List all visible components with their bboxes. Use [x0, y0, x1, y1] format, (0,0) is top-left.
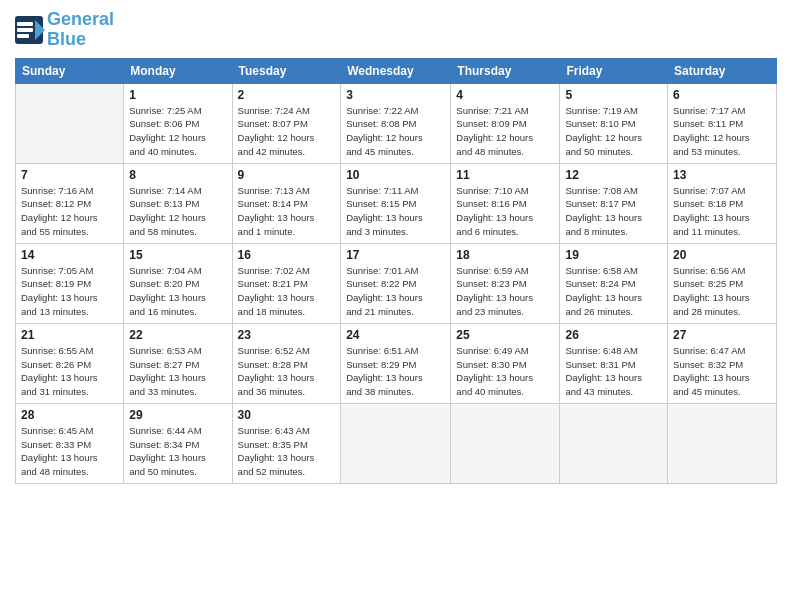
day-number: 11	[456, 168, 554, 182]
calendar-cell: 5Sunrise: 7:19 AMSunset: 8:10 PMDaylight…	[560, 83, 668, 163]
calendar-cell: 3Sunrise: 7:22 AMSunset: 8:08 PMDaylight…	[341, 83, 451, 163]
col-header-sunday: Sunday	[16, 58, 124, 83]
svg-rect-3	[17, 28, 33, 32]
logo-text: General Blue	[47, 10, 114, 50]
day-info: Sunrise: 6:56 AMSunset: 8:25 PMDaylight:…	[673, 264, 771, 319]
calendar-cell: 26Sunrise: 6:48 AMSunset: 8:31 PMDayligh…	[560, 323, 668, 403]
day-info: Sunrise: 7:05 AMSunset: 8:19 PMDaylight:…	[21, 264, 118, 319]
day-info: Sunrise: 6:43 AMSunset: 8:35 PMDaylight:…	[238, 424, 336, 479]
calendar-cell: 29Sunrise: 6:44 AMSunset: 8:34 PMDayligh…	[124, 403, 232, 483]
calendar-cell: 27Sunrise: 6:47 AMSunset: 8:32 PMDayligh…	[668, 323, 777, 403]
logo: General Blue	[15, 10, 114, 50]
day-info: Sunrise: 6:47 AMSunset: 8:32 PMDaylight:…	[673, 344, 771, 399]
day-info: Sunrise: 6:45 AMSunset: 8:33 PMDaylight:…	[21, 424, 118, 479]
day-number: 29	[129, 408, 226, 422]
day-number: 18	[456, 248, 554, 262]
calendar-cell: 23Sunrise: 6:52 AMSunset: 8:28 PMDayligh…	[232, 323, 341, 403]
calendar-week-1: 1Sunrise: 7:25 AMSunset: 8:06 PMDaylight…	[16, 83, 777, 163]
day-number: 13	[673, 168, 771, 182]
col-header-thursday: Thursday	[451, 58, 560, 83]
day-number: 19	[565, 248, 662, 262]
calendar-cell	[16, 83, 124, 163]
calendar-cell	[341, 403, 451, 483]
day-number: 16	[238, 248, 336, 262]
calendar-header-row: SundayMondayTuesdayWednesdayThursdayFrid…	[16, 58, 777, 83]
day-info: Sunrise: 7:24 AMSunset: 8:07 PMDaylight:…	[238, 104, 336, 159]
calendar-cell	[560, 403, 668, 483]
day-number: 3	[346, 88, 445, 102]
day-number: 21	[21, 328, 118, 342]
col-header-wednesday: Wednesday	[341, 58, 451, 83]
svg-rect-4	[17, 34, 29, 38]
day-number: 8	[129, 168, 226, 182]
calendar-cell: 6Sunrise: 7:17 AMSunset: 8:11 PMDaylight…	[668, 83, 777, 163]
day-number: 7	[21, 168, 118, 182]
day-info: Sunrise: 6:59 AMSunset: 8:23 PMDaylight:…	[456, 264, 554, 319]
day-info: Sunrise: 7:02 AMSunset: 8:21 PMDaylight:…	[238, 264, 336, 319]
day-number: 10	[346, 168, 445, 182]
day-info: Sunrise: 7:01 AMSunset: 8:22 PMDaylight:…	[346, 264, 445, 319]
day-info: Sunrise: 6:58 AMSunset: 8:24 PMDaylight:…	[565, 264, 662, 319]
calendar-cell: 13Sunrise: 7:07 AMSunset: 8:18 PMDayligh…	[668, 163, 777, 243]
header: General Blue	[15, 10, 777, 50]
day-info: Sunrise: 7:07 AMSunset: 8:18 PMDaylight:…	[673, 184, 771, 239]
day-number: 26	[565, 328, 662, 342]
calendar-cell: 18Sunrise: 6:59 AMSunset: 8:23 PMDayligh…	[451, 243, 560, 323]
day-number: 17	[346, 248, 445, 262]
calendar-cell: 22Sunrise: 6:53 AMSunset: 8:27 PMDayligh…	[124, 323, 232, 403]
day-info: Sunrise: 6:48 AMSunset: 8:31 PMDaylight:…	[565, 344, 662, 399]
col-header-monday: Monday	[124, 58, 232, 83]
calendar-cell: 1Sunrise: 7:25 AMSunset: 8:06 PMDaylight…	[124, 83, 232, 163]
col-header-tuesday: Tuesday	[232, 58, 341, 83]
day-info: Sunrise: 7:22 AMSunset: 8:08 PMDaylight:…	[346, 104, 445, 159]
day-number: 22	[129, 328, 226, 342]
day-info: Sunrise: 7:17 AMSunset: 8:11 PMDaylight:…	[673, 104, 771, 159]
calendar-cell: 20Sunrise: 6:56 AMSunset: 8:25 PMDayligh…	[668, 243, 777, 323]
day-number: 14	[21, 248, 118, 262]
day-number: 1	[129, 88, 226, 102]
day-info: Sunrise: 7:25 AMSunset: 8:06 PMDaylight:…	[129, 104, 226, 159]
logo-icon	[15, 16, 45, 44]
day-info: Sunrise: 7:21 AMSunset: 8:09 PMDaylight:…	[456, 104, 554, 159]
calendar-cell: 28Sunrise: 6:45 AMSunset: 8:33 PMDayligh…	[16, 403, 124, 483]
calendar-cell: 2Sunrise: 7:24 AMSunset: 8:07 PMDaylight…	[232, 83, 341, 163]
day-info: Sunrise: 6:49 AMSunset: 8:30 PMDaylight:…	[456, 344, 554, 399]
day-number: 23	[238, 328, 336, 342]
calendar-cell: 21Sunrise: 6:55 AMSunset: 8:26 PMDayligh…	[16, 323, 124, 403]
day-number: 5	[565, 88, 662, 102]
day-info: Sunrise: 7:16 AMSunset: 8:12 PMDaylight:…	[21, 184, 118, 239]
day-number: 27	[673, 328, 771, 342]
col-header-friday: Friday	[560, 58, 668, 83]
day-info: Sunrise: 7:04 AMSunset: 8:20 PMDaylight:…	[129, 264, 226, 319]
day-number: 30	[238, 408, 336, 422]
calendar-cell: 12Sunrise: 7:08 AMSunset: 8:17 PMDayligh…	[560, 163, 668, 243]
calendar-cell: 15Sunrise: 7:04 AMSunset: 8:20 PMDayligh…	[124, 243, 232, 323]
calendar-cell: 10Sunrise: 7:11 AMSunset: 8:15 PMDayligh…	[341, 163, 451, 243]
day-info: Sunrise: 6:51 AMSunset: 8:29 PMDaylight:…	[346, 344, 445, 399]
calendar-cell: 19Sunrise: 6:58 AMSunset: 8:24 PMDayligh…	[560, 243, 668, 323]
day-info: Sunrise: 6:53 AMSunset: 8:27 PMDaylight:…	[129, 344, 226, 399]
day-number: 9	[238, 168, 336, 182]
day-number: 20	[673, 248, 771, 262]
day-info: Sunrise: 7:13 AMSunset: 8:14 PMDaylight:…	[238, 184, 336, 239]
calendar-cell: 7Sunrise: 7:16 AMSunset: 8:12 PMDaylight…	[16, 163, 124, 243]
calendar-week-4: 21Sunrise: 6:55 AMSunset: 8:26 PMDayligh…	[16, 323, 777, 403]
calendar-cell: 14Sunrise: 7:05 AMSunset: 8:19 PMDayligh…	[16, 243, 124, 323]
day-number: 24	[346, 328, 445, 342]
calendar-cell: 8Sunrise: 7:14 AMSunset: 8:13 PMDaylight…	[124, 163, 232, 243]
calendar-cell	[451, 403, 560, 483]
day-info: Sunrise: 7:19 AMSunset: 8:10 PMDaylight:…	[565, 104, 662, 159]
calendar-cell: 24Sunrise: 6:51 AMSunset: 8:29 PMDayligh…	[341, 323, 451, 403]
calendar-week-3: 14Sunrise: 7:05 AMSunset: 8:19 PMDayligh…	[16, 243, 777, 323]
calendar-cell	[668, 403, 777, 483]
col-header-saturday: Saturday	[668, 58, 777, 83]
calendar-cell: 17Sunrise: 7:01 AMSunset: 8:22 PMDayligh…	[341, 243, 451, 323]
calendar-cell: 25Sunrise: 6:49 AMSunset: 8:30 PMDayligh…	[451, 323, 560, 403]
calendar-cell: 30Sunrise: 6:43 AMSunset: 8:35 PMDayligh…	[232, 403, 341, 483]
day-info: Sunrise: 6:44 AMSunset: 8:34 PMDaylight:…	[129, 424, 226, 479]
svg-rect-2	[17, 22, 33, 26]
day-number: 15	[129, 248, 226, 262]
calendar-cell: 16Sunrise: 7:02 AMSunset: 8:21 PMDayligh…	[232, 243, 341, 323]
calendar-cell: 9Sunrise: 7:13 AMSunset: 8:14 PMDaylight…	[232, 163, 341, 243]
calendar-week-5: 28Sunrise: 6:45 AMSunset: 8:33 PMDayligh…	[16, 403, 777, 483]
